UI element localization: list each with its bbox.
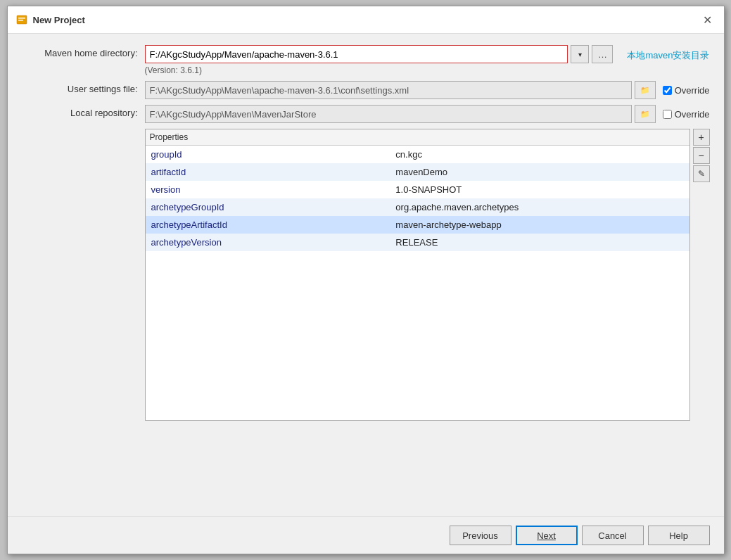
user-settings-input[interactable] <box>145 81 632 99</box>
svg-rect-1 <box>18 18 25 19</box>
user-settings-override-row: Override <box>663 85 710 96</box>
dialog-footer: Previous Next Cancel Help <box>8 516 724 554</box>
local-repo-label: Local repository: <box>22 105 145 118</box>
add-property-btn[interactable]: + <box>693 129 710 146</box>
properties-sidebar: + − ✎ <box>693 129 710 182</box>
local-repo-override-row: Override <box>663 109 710 120</box>
property-value: 1.0-SNAPSHOT <box>390 181 689 198</box>
user-settings-input-row: 📁 Override <box>145 81 710 99</box>
close-button[interactable]: ✕ <box>700 12 716 27</box>
user-settings-browse-btn[interactable]: 📁 <box>635 81 656 99</box>
help-button[interactable]: Help <box>648 526 710 545</box>
user-settings-override-label: Override <box>675 85 710 96</box>
remove-property-btn[interactable]: − <box>693 147 710 164</box>
user-settings-row: User settings file: 📁 Override <box>22 81 710 99</box>
maven-home-input[interactable] <box>145 45 568 63</box>
property-key: artifactId <box>146 163 390 181</box>
table-row[interactable]: archetypeGroupId org.apache.maven.archet… <box>146 198 689 216</box>
local-repo-input-area: 📁 Override <box>145 105 710 123</box>
dialog-content: Maven home directory: ▾ … 本地maven安装目录 (V… <box>8 34 724 516</box>
title-bar: New Project ✕ <box>8 6 724 34</box>
maven-home-label: Maven home directory: <box>22 45 145 58</box>
table-row[interactable]: groupId cn.kgc <box>146 146 689 163</box>
cancel-button[interactable]: Cancel <box>582 526 644 545</box>
table-row[interactable]: version 1.0-SNAPSHOT <box>146 181 689 198</box>
maven-annotation: 本地maven安装目录 <box>627 46 709 62</box>
local-repo-input-row: 📁 Override <box>145 105 710 123</box>
property-value: mavenDemo <box>390 163 689 181</box>
maven-home-input-row: ▾ … 本地maven安装目录 <box>145 45 710 63</box>
properties-outer: Properties groupId cn.kgc artifactId mav… <box>145 129 710 421</box>
property-value: cn.kgc <box>390 146 689 163</box>
maven-home-input-area: ▾ … 本地maven安装目录 (Version: 3.6.1) <box>145 45 710 75</box>
properties-section: Properties groupId cn.kgc artifactId mav… <box>145 129 710 421</box>
maven-version-text: (Version: 3.6.1) <box>145 65 710 75</box>
next-button[interactable]: Next <box>516 526 578 545</box>
project-icon <box>16 14 27 25</box>
local-repo-override-checkbox[interactable] <box>663 110 672 119</box>
maven-home-row: Maven home directory: ▾ … 本地maven安装目录 (V… <box>22 45 710 75</box>
properties-table: groupId cn.kgc artifactId mavenDemo vers… <box>146 146 689 251</box>
user-settings-input-area: 📁 Override <box>145 81 710 99</box>
property-key: groupId <box>146 146 390 163</box>
property-value: maven-archetype-webapp <box>390 216 689 234</box>
property-value: org.apache.maven.archetypes <box>390 198 689 216</box>
property-key: version <box>146 181 390 198</box>
table-row[interactable]: archetypeVersion RELEASE <box>146 234 689 251</box>
local-repo-override-label: Override <box>675 109 710 120</box>
svg-rect-2 <box>18 20 23 21</box>
user-settings-override-checkbox[interactable] <box>663 86 672 95</box>
property-key: archetypeGroupId <box>146 198 390 216</box>
user-settings-label: User settings file: <box>22 81 145 94</box>
dialog-title: New Project <box>33 15 85 25</box>
table-row[interactable]: archetypeArtifactId maven-archetype-weba… <box>146 216 689 234</box>
property-value: RELEASE <box>390 234 689 251</box>
properties-empty-space <box>146 251 689 420</box>
table-row[interactable]: artifactId mavenDemo <box>146 163 689 181</box>
maven-home-dropdown-btn[interactable]: ▾ <box>571 45 589 63</box>
local-repo-input[interactable] <box>145 105 632 123</box>
new-project-dialog: New Project ✕ Maven home directory: ▾ … … <box>7 6 725 554</box>
properties-container: Properties groupId cn.kgc artifactId mav… <box>145 129 690 421</box>
title-bar-left: New Project <box>16 14 85 25</box>
local-repo-browse-btn[interactable]: 📁 <box>635 105 656 123</box>
local-repo-row: Local repository: 📁 Override <box>22 105 710 123</box>
property-key: archetypeVersion <box>146 234 390 251</box>
previous-button[interactable]: Previous <box>450 526 511 545</box>
edit-property-btn[interactable]: ✎ <box>693 165 710 182</box>
properties-title: Properties <box>146 129 689 146</box>
property-key: archetypeArtifactId <box>146 216 390 234</box>
maven-home-browse-btn[interactable]: … <box>592 45 613 63</box>
